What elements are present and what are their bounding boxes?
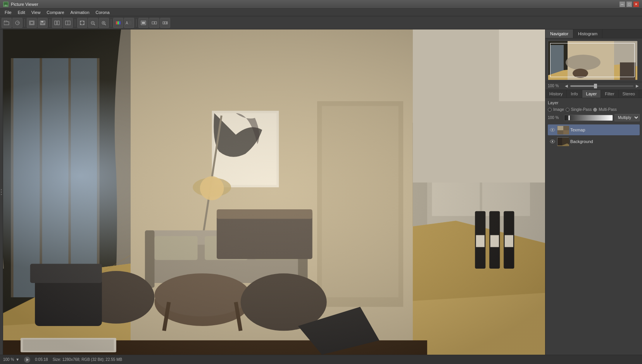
svg-text:?: ? — [17, 21, 19, 25]
tool-compare1[interactable] — [52, 18, 62, 28]
radio-single-pass[interactable] — [566, 108, 570, 112]
separator-3 — [75, 19, 75, 27]
tab-info[interactable]: Info — [567, 90, 582, 98]
layer-mode-row: Image Single-Pass Multi-Pass — [548, 107, 640, 112]
tool-frame3[interactable] — [160, 18, 170, 28]
right-panel: Navigator Histogram — [545, 29, 642, 355]
svg-rect-11 — [55, 21, 57, 25]
render-image — [3, 29, 545, 355]
close-button[interactable]: ✕ — [633, 2, 639, 7]
svg-rect-23 — [116, 21, 117, 24]
tool-save[interactable] — [38, 18, 48, 28]
info-text: Size: 1280x768; RGB (32 Bit); 22.55 MB — [53, 357, 123, 362]
zoom-slider[interactable] — [570, 85, 633, 87]
separator-5 — [136, 19, 136, 27]
svg-rect-34 — [167, 22, 167, 24]
svg-rect-31 — [155, 22, 157, 24]
svg-rect-12 — [57, 21, 59, 25]
zoom-control: 100 % ◀ ▶ — [545, 82, 642, 90]
tool-zoom-fit[interactable] — [77, 18, 87, 28]
zoom-right-arrow[interactable]: ▶ — [635, 84, 640, 88]
separator-1 — [24, 19, 25, 27]
top-tabs: Navigator Histogram — [545, 29, 642, 38]
status-timecode: 0:05:18 — [35, 357, 48, 362]
svg-rect-25 — [119, 21, 121, 24]
window-title: Picture Viewer — [11, 2, 620, 7]
open-button[interactable] — [2, 18, 12, 28]
layer-panel-title: Layer — [548, 100, 640, 105]
svg-rect-111 — [557, 138, 562, 146]
separator-4 — [111, 19, 111, 27]
svg-line-22 — [105, 24, 106, 25]
layer-name-background: Background — [570, 139, 593, 144]
tab-history[interactable]: History — [545, 90, 567, 98]
layer-item-texmap[interactable]: Texmap — [548, 124, 640, 135]
svg-rect-106 — [557, 126, 563, 130]
svg-rect-92 — [499, 29, 545, 101]
tab-stereo[interactable]: Stereo — [619, 90, 639, 98]
left-handle — [0, 29, 3, 355]
zoom-left-arrow[interactable]: ◀ — [564, 84, 569, 88]
tool-zoom-in[interactable] — [99, 18, 109, 28]
menu-view[interactable]: View — [28, 9, 44, 16]
svg-point-104 — [552, 129, 553, 131]
blend-mode-select[interactable]: Multiply Normal Screen Overlay — [614, 114, 640, 121]
menu-bar: File Edit View Compare Animation Corona — [0, 9, 642, 16]
layer-items: Texmap — [548, 124, 640, 147]
opacity-thumb — [569, 116, 570, 120]
zoom-slider-fill — [570, 85, 595, 87]
menu-edit[interactable]: Edit — [15, 9, 28, 16]
tab-histogram[interactable]: Histogram — [573, 29, 602, 38]
layer-eye-texmap[interactable] — [549, 127, 556, 133]
layer-name-texmap: Texmap — [570, 128, 585, 132]
tool-frame2[interactable] — [149, 18, 159, 28]
navigator-area — [545, 38, 642, 82]
status-zoom-value: 100 % — [3, 357, 14, 362]
tab-layer[interactable]: Layer — [582, 90, 601, 98]
layer-eye-background[interactable] — [549, 138, 556, 145]
main-layout: Navigator Histogram — [0, 29, 642, 355]
radio-multi-pass[interactable] — [593, 108, 597, 112]
tab-filter[interactable]: Filter — [601, 90, 618, 98]
mode-multi-pass: Multi-Pass — [599, 107, 617, 112]
secondary-tabs: History Info Layer Filter Stereo — [545, 90, 642, 98]
tab-navigator[interactable]: Navigator — [545, 29, 573, 38]
svg-rect-3 — [4, 22, 9, 25]
play-icon — [26, 358, 29, 361]
radio-image[interactable] — [548, 108, 552, 112]
svg-rect-1 — [4, 2, 8, 5]
status-zoom-arrow[interactable]: ▼ — [16, 357, 19, 362]
tool-frame1[interactable] — [138, 18, 148, 28]
toolbar: ? AB — [0, 16, 642, 29]
tool-compare2[interactable] — [63, 18, 73, 28]
menu-compare[interactable]: Compare — [43, 9, 67, 16]
mode-single-pass: Single-Pass — [571, 107, 592, 112]
svg-rect-10 — [41, 23, 44, 24]
tool-ab1[interactable]: AB — [124, 18, 134, 28]
mode-image: Image — [553, 107, 564, 112]
tool-channels[interactable] — [113, 18, 123, 28]
tool-zoom-out[interactable] — [88, 18, 98, 28]
tool-ram[interactable] — [27, 18, 37, 28]
layer-item-background[interactable]: Background — [548, 136, 640, 147]
help-button[interactable]: ? — [12, 18, 22, 28]
menu-corona[interactable]: Corona — [93, 9, 113, 16]
minimize-button[interactable]: ─ — [620, 2, 625, 7]
status-zoom: 100 % ▼ — [3, 357, 19, 362]
canvas-area[interactable] — [3, 29, 545, 355]
app-icon — [3, 2, 9, 7]
zoom-slider-thumb — [594, 84, 597, 88]
svg-rect-7 — [30, 22, 33, 24]
menu-file[interactable]: File — [2, 9, 15, 16]
nav-viewport-box — [550, 43, 635, 77]
layer-thumb-background — [557, 137, 569, 146]
svg-text:A: A — [126, 21, 128, 25]
opacity-slider[interactable] — [564, 115, 613, 121]
menu-animation[interactable]: Animation — [67, 9, 93, 16]
svg-rect-33 — [165, 22, 166, 24]
play-button[interactable] — [24, 357, 30, 363]
svg-line-18 — [94, 24, 95, 25]
separator-2 — [50, 19, 50, 27]
maximize-button[interactable]: □ — [626, 2, 632, 7]
svg-rect-24 — [117, 21, 119, 24]
